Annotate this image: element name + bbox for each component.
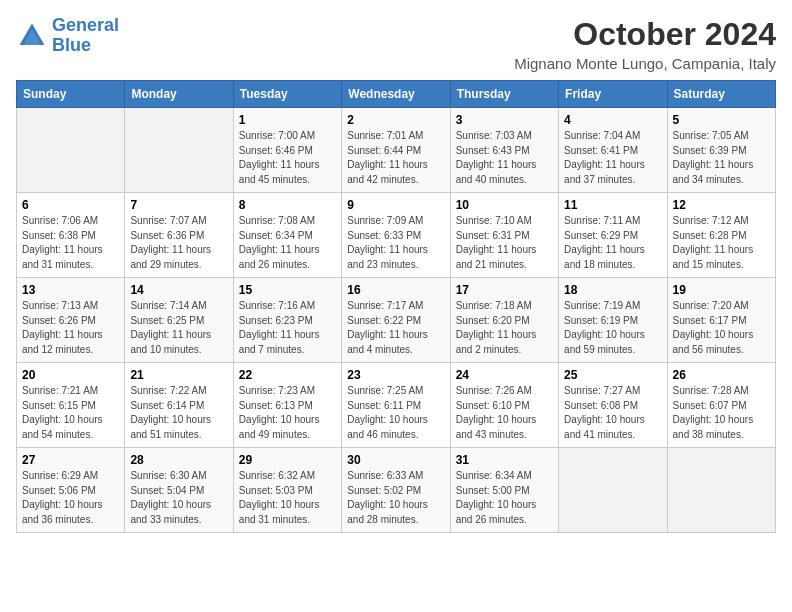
day-number: 14 — [130, 283, 227, 297]
calendar-cell: 21Sunrise: 7:22 AMSunset: 6:14 PMDayligh… — [125, 363, 233, 448]
calendar-cell: 30Sunrise: 6:33 AMSunset: 5:02 PMDayligh… — [342, 448, 450, 533]
calendar-cell — [667, 448, 775, 533]
weekday-header-thursday: Thursday — [450, 81, 558, 108]
calendar-week-1: 1Sunrise: 7:00 AMSunset: 6:46 PMDaylight… — [17, 108, 776, 193]
day-number: 7 — [130, 198, 227, 212]
weekday-header-tuesday: Tuesday — [233, 81, 341, 108]
weekday-header-row: SundayMondayTuesdayWednesdayThursdayFrid… — [17, 81, 776, 108]
day-number: 11 — [564, 198, 661, 212]
day-info: Sunrise: 6:29 AMSunset: 5:06 PMDaylight:… — [22, 469, 119, 527]
calendar-week-5: 27Sunrise: 6:29 AMSunset: 5:06 PMDayligh… — [17, 448, 776, 533]
day-info: Sunrise: 7:22 AMSunset: 6:14 PMDaylight:… — [130, 384, 227, 442]
day-info: Sunrise: 7:12 AMSunset: 6:28 PMDaylight:… — [673, 214, 770, 272]
day-info: Sunrise: 7:14 AMSunset: 6:25 PMDaylight:… — [130, 299, 227, 357]
calendar-cell: 10Sunrise: 7:10 AMSunset: 6:31 PMDayligh… — [450, 193, 558, 278]
calendar-cell: 26Sunrise: 7:28 AMSunset: 6:07 PMDayligh… — [667, 363, 775, 448]
calendar-cell — [17, 108, 125, 193]
calendar-cell: 14Sunrise: 7:14 AMSunset: 6:25 PMDayligh… — [125, 278, 233, 363]
day-info: Sunrise: 7:07 AMSunset: 6:36 PMDaylight:… — [130, 214, 227, 272]
weekday-header-wednesday: Wednesday — [342, 81, 450, 108]
day-info: Sunrise: 7:13 AMSunset: 6:26 PMDaylight:… — [22, 299, 119, 357]
weekday-header-monday: Monday — [125, 81, 233, 108]
calendar-cell: 25Sunrise: 7:27 AMSunset: 6:08 PMDayligh… — [559, 363, 667, 448]
calendar-week-2: 6Sunrise: 7:06 AMSunset: 6:38 PMDaylight… — [17, 193, 776, 278]
day-number: 23 — [347, 368, 444, 382]
day-info: Sunrise: 7:16 AMSunset: 6:23 PMDaylight:… — [239, 299, 336, 357]
weekday-header-saturday: Saturday — [667, 81, 775, 108]
day-number: 5 — [673, 113, 770, 127]
day-number: 15 — [239, 283, 336, 297]
month-title: October 2024 — [514, 16, 776, 53]
calendar-cell: 19Sunrise: 7:20 AMSunset: 6:17 PMDayligh… — [667, 278, 775, 363]
day-number: 3 — [456, 113, 553, 127]
logo: General Blue — [16, 16, 119, 56]
day-info: Sunrise: 7:03 AMSunset: 6:43 PMDaylight:… — [456, 129, 553, 187]
calendar-header: SundayMondayTuesdayWednesdayThursdayFrid… — [17, 81, 776, 108]
day-number: 10 — [456, 198, 553, 212]
day-number: 6 — [22, 198, 119, 212]
calendar-cell: 12Sunrise: 7:12 AMSunset: 6:28 PMDayligh… — [667, 193, 775, 278]
calendar-cell: 11Sunrise: 7:11 AMSunset: 6:29 PMDayligh… — [559, 193, 667, 278]
weekday-header-sunday: Sunday — [17, 81, 125, 108]
calendar-cell: 1Sunrise: 7:00 AMSunset: 6:46 PMDaylight… — [233, 108, 341, 193]
day-info: Sunrise: 7:00 AMSunset: 6:46 PMDaylight:… — [239, 129, 336, 187]
calendar-cell: 2Sunrise: 7:01 AMSunset: 6:44 PMDaylight… — [342, 108, 450, 193]
day-info: Sunrise: 7:10 AMSunset: 6:31 PMDaylight:… — [456, 214, 553, 272]
day-number: 9 — [347, 198, 444, 212]
calendar-cell — [559, 448, 667, 533]
calendar-week-4: 20Sunrise: 7:21 AMSunset: 6:15 PMDayligh… — [17, 363, 776, 448]
day-info: Sunrise: 6:30 AMSunset: 5:04 PMDaylight:… — [130, 469, 227, 527]
calendar-cell: 29Sunrise: 6:32 AMSunset: 5:03 PMDayligh… — [233, 448, 341, 533]
day-info: Sunrise: 7:08 AMSunset: 6:34 PMDaylight:… — [239, 214, 336, 272]
calendar-cell: 4Sunrise: 7:04 AMSunset: 6:41 PMDaylight… — [559, 108, 667, 193]
calendar-cell: 28Sunrise: 6:30 AMSunset: 5:04 PMDayligh… — [125, 448, 233, 533]
day-info: Sunrise: 7:19 AMSunset: 6:19 PMDaylight:… — [564, 299, 661, 357]
calendar-cell: 15Sunrise: 7:16 AMSunset: 6:23 PMDayligh… — [233, 278, 341, 363]
day-number: 17 — [456, 283, 553, 297]
location: Mignano Monte Lungo, Campania, Italy — [514, 55, 776, 72]
day-number: 4 — [564, 113, 661, 127]
calendar-cell: 17Sunrise: 7:18 AMSunset: 6:20 PMDayligh… — [450, 278, 558, 363]
day-info: Sunrise: 6:33 AMSunset: 5:02 PMDaylight:… — [347, 469, 444, 527]
page-header: General Blue October 2024 Mignano Monte … — [16, 16, 776, 72]
day-number: 8 — [239, 198, 336, 212]
day-info: Sunrise: 7:06 AMSunset: 6:38 PMDaylight:… — [22, 214, 119, 272]
calendar-cell: 9Sunrise: 7:09 AMSunset: 6:33 PMDaylight… — [342, 193, 450, 278]
day-info: Sunrise: 7:27 AMSunset: 6:08 PMDaylight:… — [564, 384, 661, 442]
day-number: 16 — [347, 283, 444, 297]
day-number: 20 — [22, 368, 119, 382]
day-info: Sunrise: 7:25 AMSunset: 6:11 PMDaylight:… — [347, 384, 444, 442]
day-number: 31 — [456, 453, 553, 467]
calendar-cell: 23Sunrise: 7:25 AMSunset: 6:11 PMDayligh… — [342, 363, 450, 448]
calendar-cell: 18Sunrise: 7:19 AMSunset: 6:19 PMDayligh… — [559, 278, 667, 363]
logo-text: General Blue — [52, 16, 119, 56]
day-number: 25 — [564, 368, 661, 382]
calendar-cell: 22Sunrise: 7:23 AMSunset: 6:13 PMDayligh… — [233, 363, 341, 448]
day-info: Sunrise: 7:09 AMSunset: 6:33 PMDaylight:… — [347, 214, 444, 272]
calendar-cell: 20Sunrise: 7:21 AMSunset: 6:15 PMDayligh… — [17, 363, 125, 448]
weekday-header-friday: Friday — [559, 81, 667, 108]
day-info: Sunrise: 7:28 AMSunset: 6:07 PMDaylight:… — [673, 384, 770, 442]
day-info: Sunrise: 7:04 AMSunset: 6:41 PMDaylight:… — [564, 129, 661, 187]
calendar-cell: 27Sunrise: 6:29 AMSunset: 5:06 PMDayligh… — [17, 448, 125, 533]
calendar-cell — [125, 108, 233, 193]
day-info: Sunrise: 7:20 AMSunset: 6:17 PMDaylight:… — [673, 299, 770, 357]
day-number: 2 — [347, 113, 444, 127]
calendar-cell: 8Sunrise: 7:08 AMSunset: 6:34 PMDaylight… — [233, 193, 341, 278]
day-info: Sunrise: 7:17 AMSunset: 6:22 PMDaylight:… — [347, 299, 444, 357]
calendar-cell: 13Sunrise: 7:13 AMSunset: 6:26 PMDayligh… — [17, 278, 125, 363]
calendar-body: 1Sunrise: 7:00 AMSunset: 6:46 PMDaylight… — [17, 108, 776, 533]
calendar-cell: 16Sunrise: 7:17 AMSunset: 6:22 PMDayligh… — [342, 278, 450, 363]
title-block: October 2024 Mignano Monte Lungo, Campan… — [514, 16, 776, 72]
day-info: Sunrise: 7:11 AMSunset: 6:29 PMDaylight:… — [564, 214, 661, 272]
day-info: Sunrise: 7:18 AMSunset: 6:20 PMDaylight:… — [456, 299, 553, 357]
day-number: 13 — [22, 283, 119, 297]
calendar-cell: 3Sunrise: 7:03 AMSunset: 6:43 PMDaylight… — [450, 108, 558, 193]
calendar-week-3: 13Sunrise: 7:13 AMSunset: 6:26 PMDayligh… — [17, 278, 776, 363]
day-info: Sunrise: 7:26 AMSunset: 6:10 PMDaylight:… — [456, 384, 553, 442]
calendar-cell: 6Sunrise: 7:06 AMSunset: 6:38 PMDaylight… — [17, 193, 125, 278]
day-number: 21 — [130, 368, 227, 382]
day-info: Sunrise: 7:05 AMSunset: 6:39 PMDaylight:… — [673, 129, 770, 187]
day-number: 12 — [673, 198, 770, 212]
calendar-cell: 7Sunrise: 7:07 AMSunset: 6:36 PMDaylight… — [125, 193, 233, 278]
